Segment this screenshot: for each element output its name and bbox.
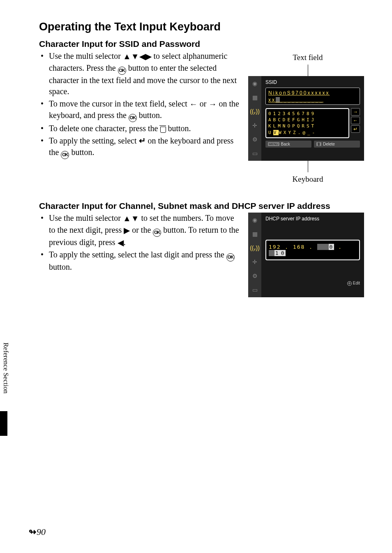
setup-icon: ⚙ [252, 136, 258, 143]
ok-button-icon: OK [61, 151, 69, 159]
gps-icon: ✛ [252, 259, 257, 265]
battery-icon: ▭ [252, 150, 258, 157]
pointer-line [308, 65, 308, 76]
left-triangle-icon: ◀ [118, 237, 124, 249]
reference-link-icon: ↬ [29, 527, 35, 537]
section2-title: Character Input for Channel, Subnet mask… [39, 201, 367, 211]
list-item: To move the cursor in the text field, se… [39, 98, 241, 123]
selected-key: V [273, 130, 279, 135]
list-item: Use the multi selector ▲▼ to set the num… [39, 213, 241, 248]
ok-button-icon: OK [226, 253, 235, 261]
left-arrow-icon: ← [189, 99, 198, 110]
wifi-icon: ((ᵧ)) [250, 108, 260, 115]
keyboard-arrows: → ← ↵ [351, 108, 360, 139]
battery-icon: ▭ [252, 287, 258, 293]
ok-button-icon: OK [153, 229, 161, 237]
screen-title: DHCP server IP address [265, 216, 360, 222]
ok-button-icon: OK [118, 67, 126, 75]
kbd-left-icon: ← [351, 117, 360, 124]
delete-button: 🗑Delete [314, 141, 360, 148]
mode-icon-strip: ◉ ▦ ((ᵧ)) ✛ ⚙ ▭ [248, 76, 261, 161]
kbd-enter-icon: ↵ [351, 125, 360, 133]
figure-label-top: Text field [248, 53, 367, 62]
figure-label-bottom: Keyboard [248, 175, 367, 184]
camera-screen-ssid: ◉ ▦ ((ᵧ)) ✛ ⚙ ▭ SSID NikonS9700xxxxxx xx… [248, 76, 364, 161]
list-item: To apply the setting, select ↵ on the ke… [39, 135, 241, 159]
up-down-left-right-icon: ▲▼◀▶ [123, 51, 152, 62]
side-tab: Reference Section [0, 317, 12, 419]
pointer-line [308, 161, 308, 172]
ip-digit [323, 244, 329, 250]
side-tab-marker [0, 411, 7, 436]
page-heading: Operating the Text Input Keyboard [39, 21, 367, 33]
list-item: To delete one character, press the butto… [39, 123, 241, 134]
list-item: To apply the setting, select the last di… [39, 249, 241, 273]
trash-icon [160, 125, 166, 132]
page-number: ↬90 [29, 527, 46, 537]
ip-digit-active: 0 [329, 244, 334, 250]
back-button: MENUBack [265, 141, 311, 148]
up-down-icon: ▲▼ [123, 213, 139, 224]
camera-icon: ◉ [252, 80, 257, 87]
ip-digit: 0 [280, 250, 286, 256]
wifi-icon: ((ᵧ)) [250, 245, 260, 251]
ip-digit [269, 250, 274, 256]
kbd-right-icon: → [351, 108, 360, 116]
ip-input-field: 192 . 168 . 0 . 10 [265, 240, 360, 260]
onscreen-keyboard: 0123456789 ABCDEFGHIJ KLMNOPQRST UVWXYZ.… [265, 108, 349, 139]
text-field: NikonS9700xxxxxx xx____________ [265, 88, 360, 105]
selector-icon: ✢ [347, 281, 352, 286]
enter-icon: ↵ [139, 135, 146, 147]
mode-icon-strip: ◉ ▦ ((ᵧ)) ✛ ⚙ ▭ [248, 213, 261, 297]
trash-mini-icon: 🗑 [316, 142, 321, 146]
camera-screen-dhcp: ◉ ▦ ((ᵧ)) ✛ ⚙ ▭ DHCP server IP address 1… [248, 213, 364, 297]
ip-digit: 1 [274, 250, 280, 256]
side-tab-label: Reference Section [2, 342, 10, 393]
camera-icon: ◉ [252, 217, 257, 223]
setup-icon: ⚙ [252, 273, 258, 279]
right-arrow-icon: → [209, 99, 217, 110]
video-icon: ▦ [252, 94, 258, 101]
edit-hint: ✢ Edit [265, 281, 360, 286]
section1-title: Character Input for SSID and Password [39, 39, 367, 49]
right-triangle-icon: ▶ [124, 225, 130, 236]
screen-title: SSID [265, 79, 360, 85]
video-icon: ▦ [252, 231, 258, 237]
gps-icon: ✛ [252, 122, 257, 129]
menu-icon: MENU [268, 142, 279, 146]
ip-digit [317, 244, 323, 250]
list-item: Use the multi selector ▲▼◀▶ to select al… [39, 51, 241, 97]
ok-button-icon: OK [129, 114, 137, 122]
